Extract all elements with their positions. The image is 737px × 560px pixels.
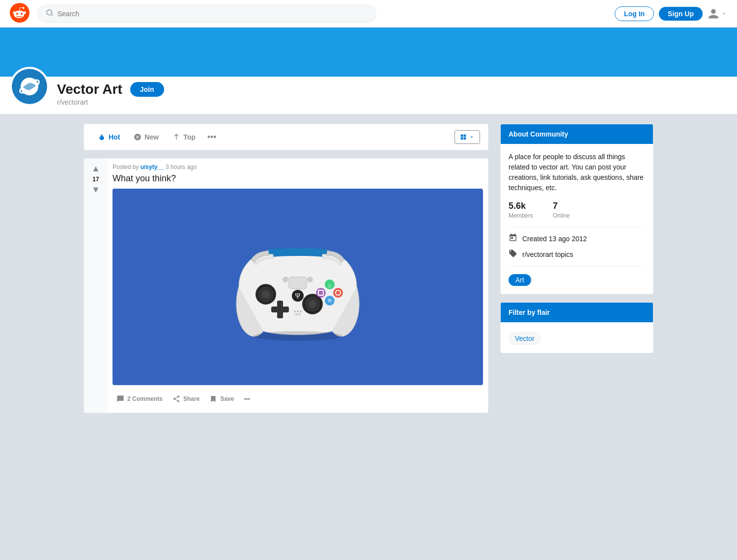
- members-stat: 5.6k Members: [509, 201, 533, 219]
- community-stats: 5.6k Members 7 Online: [509, 201, 645, 219]
- join-button[interactable]: Join: [130, 82, 164, 97]
- svg-point-31: [254, 331, 342, 341]
- upvote-button[interactable]: ▲: [91, 164, 100, 174]
- svg-rect-21: [289, 277, 307, 289]
- art-flair-tag[interactable]: Art: [509, 274, 531, 286]
- svg-point-1: [47, 10, 52, 15]
- save-button[interactable]: Save: [205, 392, 238, 406]
- sort-bar: Hot New Top •••: [84, 124, 488, 150]
- post-image: △ ✕: [113, 189, 483, 385]
- top-icon: [172, 133, 180, 141]
- created-label: Created 13 ago 2012: [522, 235, 587, 243]
- topics-meta: r/vectorart topics: [509, 249, 645, 260]
- comments-button[interactable]: 2 Comments: [113, 392, 167, 406]
- search-input[interactable]: [57, 10, 368, 18]
- svg-point-28: [294, 310, 296, 312]
- sidebar: About Community A place for people to di…: [500, 124, 653, 413]
- planet-icon: [17, 74, 42, 99]
- svg-point-10: [309, 300, 316, 308]
- post-vote-column: ▲ 17 ▼: [84, 159, 108, 413]
- controller-image: △ ✕: [113, 189, 483, 385]
- vote-count: 17: [92, 176, 99, 183]
- main-content: Hot New Top •••: [74, 114, 663, 423]
- post-card: ▲ 17 ▼ Posted by u/syty__ 3 hours ago Wh…: [84, 158, 488, 413]
- post-meta: Posted by u/syty__ 3 hours ago: [113, 164, 483, 170]
- post-time: 3 hours ago: [166, 164, 197, 170]
- more-label: •••: [244, 395, 250, 402]
- filter-flair-header: Filter by flair: [501, 303, 653, 322]
- view-icon: [460, 134, 467, 140]
- comments-label: 2 Comments: [127, 395, 163, 402]
- user-menu[interactable]: [708, 8, 727, 20]
- svg-point-23: [283, 277, 288, 282]
- post-main-content: Posted by u/syty__ 3 hours ago What you …: [108, 159, 488, 413]
- header-actions: Log In Sign Up: [615, 6, 727, 21]
- svg-point-29: [298, 313, 300, 315]
- svg-text:Ψ: Ψ: [295, 292, 301, 300]
- svg-point-7: [262, 290, 270, 298]
- more-button[interactable]: •••: [240, 392, 254, 406]
- svg-line-2: [51, 14, 53, 16]
- signup-button[interactable]: Sign Up: [659, 7, 703, 21]
- calendar-icon: [509, 233, 517, 244]
- save-icon: [209, 395, 217, 403]
- sort-more-button[interactable]: •••: [203, 130, 221, 144]
- topics-label: r/vectorart topics: [522, 251, 573, 258]
- members-label: Members: [509, 212, 533, 219]
- svg-point-22: [307, 277, 313, 282]
- search-icon: [46, 9, 54, 19]
- comments-icon: [116, 395, 124, 403]
- post-title: What you think?: [113, 173, 483, 184]
- share-label: Share: [183, 395, 199, 402]
- svg-rect-12: [271, 307, 289, 312]
- subreddit-icon: [10, 67, 49, 106]
- online-label: Online: [553, 212, 570, 219]
- subreddit-title-area: Vector Art Join r/vectorart: [57, 82, 164, 106]
- view-toggle-button[interactable]: [454, 130, 480, 144]
- about-community-card: About Community A place for people to di…: [500, 124, 653, 294]
- ps5-controller-svg: △ ✕: [204, 218, 391, 356]
- chevron-down-icon: [721, 11, 727, 17]
- svg-text:△: △: [328, 282, 332, 287]
- members-value: 5.6k: [509, 201, 533, 211]
- svg-point-27: [300, 310, 302, 312]
- subreddit-name: Vector Art: [57, 82, 122, 97]
- online-value: 7: [553, 201, 570, 211]
- svg-point-30: [295, 313, 297, 315]
- about-community-header: About Community: [501, 124, 653, 144]
- login-button[interactable]: Log In: [615, 6, 654, 21]
- reddit-logo[interactable]: [10, 3, 29, 25]
- new-icon: [134, 133, 142, 141]
- vector-flair-tag[interactable]: Vector: [509, 332, 541, 345]
- tag-icon: [509, 249, 517, 260]
- share-button[interactable]: Share: [169, 392, 203, 406]
- downvote-button[interactable]: ▼: [91, 185, 100, 195]
- filter-flair-body: Vector: [501, 322, 653, 353]
- hot-icon: [98, 133, 106, 141]
- sort-new-button[interactable]: New: [128, 129, 165, 145]
- sort-hot-button[interactable]: Hot: [92, 129, 126, 145]
- sort-top-button[interactable]: Top: [167, 129, 201, 145]
- header: Log In Sign Up: [0, 0, 737, 28]
- sidebar-divider-1: [509, 227, 645, 227]
- post-actions: 2 Comments Share Save: [113, 390, 483, 408]
- subreddit-banner: [0, 28, 737, 77]
- filter-by-flair-card: Filter by flair Vector: [500, 302, 653, 353]
- about-community-body: A place for people to discuss all things…: [501, 144, 653, 294]
- created-meta: Created 13 ago 2012: [509, 233, 645, 244]
- subreddit-header: Vector Art Join r/vectorart: [0, 77, 737, 114]
- share-icon: [172, 395, 180, 403]
- post-author[interactable]: u/syty__: [141, 164, 164, 170]
- feed-area: Hot New Top •••: [84, 124, 488, 413]
- sidebar-divider-2: [509, 266, 645, 266]
- svg-point-19: [316, 288, 326, 298]
- svg-text:✕: ✕: [327, 297, 332, 304]
- svg-point-26: [297, 310, 299, 312]
- svg-point-15: [333, 288, 343, 298]
- search-bar[interactable]: [37, 4, 376, 23]
- user-icon: [708, 8, 719, 20]
- online-stat: 7 Online: [553, 201, 570, 219]
- posted-by-prefix: Posted by: [113, 164, 141, 170]
- chevron-view-icon: [469, 134, 475, 140]
- about-description: A place for people to discuss all things…: [509, 152, 645, 193]
